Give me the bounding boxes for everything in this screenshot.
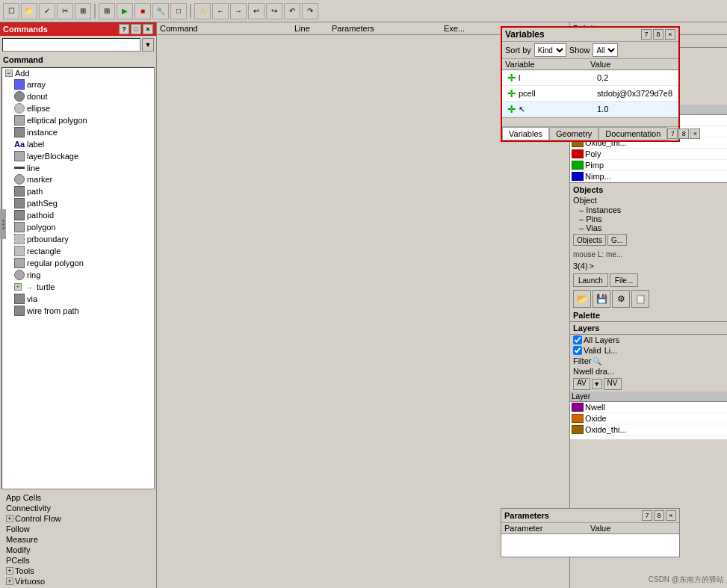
- tree-item-regular-polygon[interactable]: regular polygon: [2, 257, 154, 269]
- tab-documentation[interactable]: Documentation: [598, 127, 667, 140]
- g-button[interactable]: G...: [607, 234, 627, 246]
- tree-item-rectangle[interactable]: rectangle: [2, 245, 154, 257]
- params-float-close-icon[interactable]: ×: [666, 510, 676, 521]
- sidebar-item-measure[interactable]: Measure: [3, 534, 153, 545]
- launch-button[interactable]: Launch: [573, 273, 608, 287]
- second-av-down-arrow[interactable]: ▼: [592, 379, 602, 389]
- virtuoso-expander[interactable]: +: [6, 578, 13, 585]
- second-all-layers-checkbox[interactable]: [573, 335, 582, 344]
- sidebar-item-follow[interactable]: Follow: [3, 524, 153, 534]
- params-float-btn-8[interactable]: 8: [654, 510, 664, 521]
- var-row-pcell[interactable]: ✛ pcell stdobj@0x3729d7e8: [502, 86, 678, 102]
- tree-item-ellipse[interactable]: ellipse: [2, 102, 154, 114]
- toolbar-btn-stop[interactable]: ■: [134, 3, 151, 19]
- sidebar-item-modify[interactable]: Modify: [3, 545, 153, 555]
- tree-item-polygon[interactable]: polygon: [2, 221, 154, 233]
- second-valid-checkbox[interactable]: [573, 346, 582, 355]
- tree-item-instance[interactable]: instance: [2, 126, 154, 138]
- tree-item-pathseg[interactable]: pathSeg: [2, 197, 154, 209]
- turtle-expander[interactable]: +: [14, 283, 22, 291]
- commands-search-dropdown[interactable]: ▼: [142, 38, 154, 52]
- tab-ctrl-7[interactable]: 7: [667, 129, 678, 139]
- tab-ctrl-close-icon[interactable]: ×: [690, 129, 700, 139]
- tree-item-ring[interactable]: ring: [2, 269, 154, 281]
- toolbar-btn-new[interactable]: ☐: [3, 3, 19, 19]
- objects-vias[interactable]: – Vias: [578, 223, 726, 232]
- sidebar-item-virtuoso[interactable]: + Virtuoso: [3, 576, 153, 587]
- add-expander[interactable]: −: [5, 69, 13, 77]
- sidebar-item-tools[interactable]: + Tools: [3, 566, 153, 576]
- tree-item-turtle[interactable]: + → turtle: [2, 281, 154, 293]
- var-row-l[interactable]: ✛ l 0.2: [502, 70, 678, 86]
- tab-ctrl-8[interactable]: 8: [678, 129, 689, 139]
- file-button[interactable]: File...: [610, 273, 638, 287]
- tree-item-label[interactable]: Aa label: [2, 138, 154, 150]
- layer-poly[interactable]: Poly: [570, 149, 727, 160]
- objects-button[interactable]: Objects: [573, 234, 606, 246]
- toolbar-btn-square[interactable]: □: [170, 3, 187, 19]
- toolbar-btn-back[interactable]: ↶: [284, 3, 300, 19]
- commands-help-icon[interactable]: ?: [119, 24, 129, 34]
- toolbar-btn-arrow-right[interactable]: →: [230, 3, 247, 19]
- control-flow-expander[interactable]: +: [6, 515, 13, 522]
- properties-icon[interactable]: 📋: [631, 290, 649, 308]
- toolbar-btn-grid[interactable]: ⊞: [99, 3, 115, 19]
- folder-open-icon[interactable]: 📂: [573, 290, 591, 308]
- toolbar-btn-play[interactable]: ▶: [117, 3, 133, 19]
- toolbar-btn-arrow-left[interactable]: ←: [212, 3, 229, 19]
- commands-search-input[interactable]: [2, 38, 140, 52]
- toolbar-btn-figure[interactable]: 🔧: [152, 3, 169, 19]
- params-float-btn-7[interactable]: 7: [642, 510, 652, 521]
- variables-float-close-icon[interactable]: ×: [665, 29, 675, 40]
- toolbar-btn-undo[interactable]: ↩: [248, 3, 264, 19]
- commands-min-icon[interactable]: □: [131, 24, 141, 34]
- tree-item-elliptical-polygon[interactable]: elliptical polygon: [2, 114, 154, 126]
- layer-pimp[interactable]: Pimp: [570, 160, 727, 171]
- sort-by-select[interactable]: Kind: [534, 43, 566, 57]
- tools-expander[interactable]: +: [6, 567, 13, 575]
- tab-variables[interactable]: Variables: [502, 127, 549, 140]
- sidebar-item-app-cells[interactable]: App Cells: [3, 492, 153, 503]
- tree-item-prboundary[interactable]: prboundary: [2, 233, 154, 245]
- tree-item-pathoid[interactable]: pathoid: [2, 209, 154, 221]
- toolbar-btn-forward[interactable]: ↷: [302, 3, 318, 19]
- tree-item-donut[interactable]: donut: [2, 90, 154, 102]
- toolbar-btn-redo[interactable]: ↪: [266, 3, 282, 19]
- tree-add-node[interactable]: − Add: [2, 68, 154, 78]
- show-select[interactable]: All: [593, 43, 618, 57]
- gear-icon[interactable]: ⚙: [612, 290, 630, 308]
- second-layer-oxide[interactable]: Oxide: [570, 413, 727, 424]
- toolbar-btn-open[interactable]: 📁: [21, 3, 37, 19]
- tab-geometry[interactable]: Geometry: [549, 127, 598, 140]
- sidebar-item-connectivity[interactable]: Connectivity: [3, 503, 153, 513]
- toolbar-btn-check[interactable]: ✓: [39, 3, 55, 19]
- objects-instances[interactable]: – Instances: [578, 205, 726, 214]
- sidebar-item-control-flow[interactable]: + Control Flow: [3, 513, 153, 524]
- commands-close-icon[interactable]: ×: [143, 24, 153, 34]
- tree-item-marker[interactable]: marker: [2, 173, 154, 185]
- tree-item-via[interactable]: via: [2, 293, 154, 305]
- second-av-button[interactable]: AV: [573, 378, 590, 390]
- var-row-w[interactable]: ✛ ↖ 1.0: [502, 102, 678, 117]
- second-layer-nwell[interactable]: Nwell: [570, 402, 727, 413]
- variables-float-btn-7[interactable]: 7: [641, 29, 652, 40]
- toolbar-btn-cut[interactable]: ✂: [57, 3, 73, 19]
- toolbar-btn-warning[interactable]: ⚠: [194, 3, 211, 19]
- second-layer-oxide-thi[interactable]: Oxide_thi...: [570, 424, 727, 436]
- sidebar-item-pcells[interactable]: PCells: [3, 555, 153, 566]
- objects-pins[interactable]: – Pins: [578, 214, 726, 223]
- left-edge-handle[interactable]: [0, 209, 6, 239]
- tree-item-wire-from-path[interactable]: wire from path: [2, 305, 154, 317]
- second-valid-row[interactable]: Valid Li...: [570, 345, 727, 356]
- save-icon[interactable]: 💾: [593, 290, 610, 308]
- variables-scrollbar[interactable]: [502, 117, 678, 126]
- tree-item-path[interactable]: path: [2, 185, 154, 197]
- second-all-layers-row[interactable]: All Layers: [570, 335, 727, 345]
- toolbar-btn-copy[interactable]: ⊞: [75, 3, 91, 19]
- tree-item-line[interactable]: line: [2, 162, 154, 173]
- tree-item-array[interactable]: array: [2, 78, 154, 90]
- variables-float-btn-8[interactable]: 8: [653, 29, 663, 40]
- tree-item-layerblockage[interactable]: layerBlockage: [2, 150, 154, 162]
- layer-nimp[interactable]: Nimp...: [570, 171, 727, 182]
- second-nv-button[interactable]: NV: [604, 378, 622, 390]
